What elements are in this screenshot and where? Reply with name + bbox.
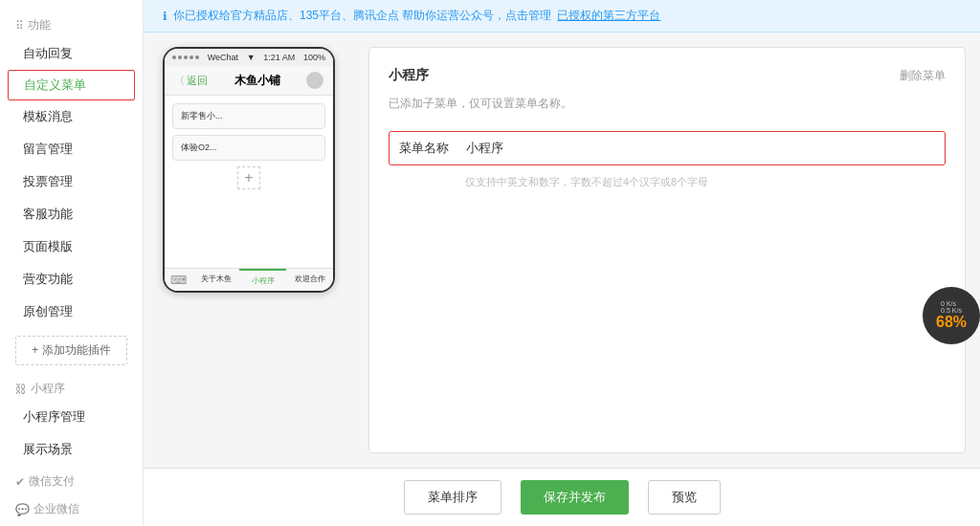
phone-avatar: [306, 72, 323, 89]
phone-battery: 100%: [303, 53, 325, 62]
sidebar-item-miniprogram-manage[interactable]: 小程序管理: [0, 401, 143, 433]
grid-icon: ⠿: [15, 19, 24, 33]
phone-add-button[interactable]: +: [237, 166, 260, 189]
panel-hint: 已添加子菜单，仅可设置菜单名称。: [389, 96, 946, 112]
link-icon: ⛓: [15, 383, 27, 396]
notice-bar: ℹ 你已授权给官方精品店、135平台、腾讯企点 帮助你运营公众号，点击管理 已授…: [144, 0, 980, 33]
panel-title: 小程序: [389, 67, 429, 84]
phone-content: 新零售小... 体验O2... +: [165, 96, 333, 268]
sidebar-item-custom-menu[interactable]: 自定义菜单: [8, 70, 135, 100]
speed-up: 0 K/s: [941, 300, 962, 307]
panel-header: 小程序 删除菜单: [389, 67, 946, 84]
sidebar-item-original[interactable]: 原创管理: [0, 296, 143, 328]
content-area: WeChat ▼ 1:21 AM 100% 〈 返回 木鱼小铺 新零售小...: [144, 33, 980, 468]
form-label-menu-name: 菜单名称: [399, 140, 466, 157]
phone-preview: WeChat ▼ 1:21 AM 100% 〈 返回 木鱼小铺 新零售小...: [144, 33, 354, 468]
phone-keyboard-area: ⌨: [165, 269, 192, 291]
preview-button[interactable]: 预览: [648, 480, 721, 515]
sidebar-item-template-msg[interactable]: 模板消息: [0, 100, 143, 133]
action-bar: 菜单排序 保存并发布 预览: [144, 468, 980, 526]
phone-tab-miniprogram[interactable]: 小程序: [239, 269, 286, 291]
sidebar-item-page-template[interactable]: 页面模版: [0, 230, 143, 263]
phone-signal-dots: [172, 55, 199, 59]
phone-time: 1:21 AM: [263, 53, 295, 62]
speed-details: 0 K/s 0.5 K/s: [941, 300, 962, 314]
notice-link[interactable]: 已授权的第三方平台: [557, 8, 660, 24]
phone-status-bar: WeChat ▼ 1:21 AM 100%: [165, 49, 333, 66]
sidebar: ⠿ 功能 自动回复 自定义菜单 模板消息 留言管理 投票管理 客服功能 页面模版…: [0, 0, 144, 526]
form-row-menu-name: 菜单名称: [389, 131, 946, 165]
right-panel: 小程序 删除菜单 已添加子菜单，仅可设置菜单名称。 菜单名称 仅支持中英文和数字…: [368, 47, 966, 453]
sidebar-section-enterprise-wechat: 💬 企业微信: [0, 493, 143, 521]
phone-bottom-tabs: ⌨ 关于木鱼 小程序 欢迎合作: [165, 268, 333, 291]
sidebar-item-comment[interactable]: 留言管理: [0, 133, 143, 165]
sidebar-item-marketing[interactable]: 营变功能: [0, 263, 143, 296]
phone-menu-item-2[interactable]: 体验O2...: [172, 135, 325, 161]
sidebar-item-service[interactable]: 客服功能: [0, 198, 143, 230]
sidebar-item-miniprogram-scene[interactable]: 展示场景: [0, 433, 143, 466]
speed-down: 0.5 K/s: [941, 307, 962, 314]
save-publish-button[interactable]: 保存并发布: [521, 480, 629, 515]
check-icon: ✔: [15, 475, 25, 489]
sidebar-section-wechat-search: ✦ 微信搜一搜: [0, 521, 143, 526]
sidebar-item-auto-reply[interactable]: 自动回复: [0, 37, 143, 70]
sidebar-section-functions: ⠿ 功能: [0, 10, 143, 37]
sidebar-item-vote[interactable]: 投票管理: [0, 165, 143, 198]
main-content: ℹ 你已授权给官方精品店、135平台、腾讯企点 帮助你运营公众号，点击管理 已授…: [144, 0, 980, 526]
phone-title: 木鱼小铺: [215, 73, 299, 89]
sidebar-section-wechat-pay: ✔ 微信支付: [0, 466, 143, 493]
phone-frame: WeChat ▼ 1:21 AM 100% 〈 返回 木鱼小铺 新零售小...: [163, 47, 335, 293]
phone-menu-item-1[interactable]: 新零售小...: [172, 103, 325, 129]
phone-tab-cooperation[interactable]: 欢迎合作: [286, 269, 333, 291]
phone-nav-bar: 〈 返回 木鱼小铺: [165, 66, 333, 96]
add-plugin-button[interactable]: + 添加功能插件: [15, 336, 127, 365]
speed-widget: 0 K/s 0.5 K/s 68%: [923, 287, 980, 344]
phone-network: WeChat: [208, 53, 238, 62]
form-hint-menu-name: 仅支持中英文和数字，字数不超过4个汉字或8个字母: [465, 175, 946, 189]
phone-back-button[interactable]: 〈 返回: [174, 74, 208, 88]
delete-menu-button[interactable]: 删除菜单: [900, 68, 946, 84]
bubble-icon: 💬: [15, 503, 30, 516]
sort-button[interactable]: 菜单排序: [404, 480, 501, 515]
phone-tab-about[interactable]: 关于木鱼: [192, 269, 239, 291]
speed-percentage: 68%: [936, 314, 967, 331]
info-icon: ℹ: [163, 10, 167, 23]
keyboard-icon: ⌨: [170, 274, 187, 287]
sidebar-section-miniprogram: ⛓ 小程序: [0, 373, 143, 401]
phone-signal-icon: ▼: [247, 53, 256, 62]
back-chevron-icon: 〈: [174, 74, 185, 88]
menu-name-input[interactable]: [466, 142, 935, 156]
